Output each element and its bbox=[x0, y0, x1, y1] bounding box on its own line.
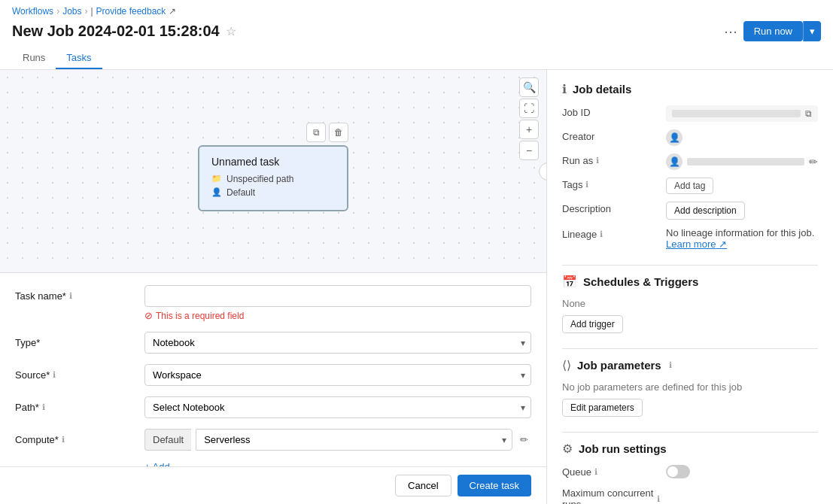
creator-row: Creator 👤 bbox=[562, 129, 818, 146]
job-id-label: Job ID bbox=[562, 105, 660, 118]
create-task-button[interactable]: Create task bbox=[458, 475, 531, 496]
delete-task-button[interactable]: 🗑 bbox=[329, 123, 348, 142]
creator-label: Creator bbox=[562, 129, 660, 142]
divider-1 bbox=[562, 265, 818, 266]
breadcrumb-jobs[interactable]: Jobs bbox=[62, 6, 81, 17]
job-id-text bbox=[672, 110, 801, 117]
tab-runs[interactable]: Runs bbox=[12, 47, 56, 69]
schedules-section: 📅 Schedules & Triggers None Add trigger bbox=[562, 275, 818, 333]
path-icon: 📁 bbox=[211, 174, 222, 184]
compute-row: Compute* ℹ Default Serverless ▾ ✏ bbox=[15, 429, 531, 451]
zoom-in-button[interactable]: + bbox=[519, 120, 539, 139]
job-id-value: ⧉ bbox=[666, 105, 818, 122]
path-select[interactable]: Select Notebook bbox=[144, 396, 531, 418]
path-control: Select Notebook ▾ bbox=[144, 396, 531, 418]
cancel-button[interactable]: Cancel bbox=[395, 475, 451, 496]
collapse-panel-button[interactable]: › bbox=[539, 162, 547, 181]
type-row: Type* Notebook ▾ bbox=[15, 332, 531, 354]
task-name-input[interactable] bbox=[144, 285, 531, 307]
more-options-button[interactable]: ⋯ bbox=[724, 23, 737, 40]
fullscreen-button[interactable]: ⛶ bbox=[519, 99, 539, 118]
zoom-out-button[interactable]: − bbox=[519, 141, 539, 160]
external-link-icon: ↗ bbox=[169, 6, 176, 17]
lineage-value: No lineage information for this job. Lea… bbox=[666, 227, 818, 250]
task-node-title: Unnamed task bbox=[211, 156, 335, 168]
compute-info-icon: ℹ bbox=[62, 435, 65, 445]
queue-info-icon: ℹ bbox=[594, 467, 597, 477]
edit-params-button[interactable]: Edit parameters bbox=[562, 399, 643, 417]
tags-label: Tags ℹ bbox=[562, 178, 660, 190]
dep-libraries-label: Dependent libraries ℹ bbox=[15, 461, 135, 466]
run-button-group: Run now ▾ bbox=[743, 21, 821, 41]
dep-libraries-add[interactable]: + Add bbox=[144, 461, 531, 466]
queue-toggle-knob bbox=[667, 466, 678, 477]
task-node[interactable]: Unnamed task 📁 Unspecified path 👤 Defaul… bbox=[198, 145, 348, 211]
breadcrumb-workflows[interactable]: Workflows bbox=[12, 6, 53, 17]
content-area: ⧉ 🗑 Unnamed task 📁 Unspecified path 👤 De… bbox=[0, 70, 833, 504]
divider-2 bbox=[562, 348, 818, 349]
learn-more-link[interactable]: Learn more ↗ bbox=[666, 238, 727, 250]
run-as-info-icon: ℹ bbox=[596, 156, 599, 165]
run-now-dropdown-button[interactable]: ▾ bbox=[803, 21, 821, 41]
title-row: New Job 2024-02-01 15:28:04 ☆ ⋯ Run now … bbox=[12, 21, 821, 41]
lineage-text: No lineage information for this job. bbox=[666, 227, 818, 238]
run-as-edit-button[interactable]: ✏ bbox=[809, 156, 818, 168]
search-canvas-button[interactable]: 🔍 bbox=[519, 77, 539, 97]
job-params-title: Job parameters bbox=[577, 359, 661, 372]
compute-control: Default Serverless ▾ ✏ bbox=[144, 429, 531, 451]
compute-label: Compute* ℹ bbox=[15, 429, 135, 445]
queue-row: Queue ℹ bbox=[562, 465, 818, 478]
copy-job-id-button[interactable]: ⧉ bbox=[805, 108, 812, 119]
tab-tasks[interactable]: Tasks bbox=[56, 47, 102, 69]
canvas-controls: 🔍 ⛶ + − bbox=[519, 77, 539, 160]
canvas-area: ⧉ 🗑 Unnamed task 📁 Unspecified path 👤 De… bbox=[0, 70, 546, 273]
error-icon: ⊘ bbox=[144, 310, 153, 321]
description-label: Description bbox=[562, 202, 660, 214]
add-trigger-button[interactable]: Add trigger bbox=[562, 315, 623, 333]
source-select[interactable]: Workspace bbox=[144, 364, 531, 386]
type-select[interactable]: Notebook bbox=[144, 332, 531, 354]
run-as-row: Run as ℹ 👤 ✏ bbox=[562, 153, 818, 170]
compute-select-wrapper: Serverless ▾ bbox=[196, 429, 512, 451]
job-id-input: ⧉ bbox=[666, 105, 818, 122]
max-runs-label: Maximum concurrent runs ℹ bbox=[562, 486, 660, 504]
description-value: Add description bbox=[666, 202, 818, 220]
tags-value: Add tag bbox=[666, 178, 818, 194]
job-details-title: Job details bbox=[573, 83, 631, 96]
task-name-control: ⊘ This is a required field bbox=[144, 285, 531, 321]
queue-toggle-switch[interactable] bbox=[666, 465, 690, 478]
source-control: Workspace ▾ bbox=[144, 364, 531, 386]
breadcrumb-sep2: › bbox=[84, 6, 87, 17]
path-label: Path* ℹ bbox=[15, 396, 135, 413]
form-area: Task name* ℹ ⊘ This is a required field bbox=[0, 273, 546, 466]
type-label: Type* bbox=[15, 332, 135, 348]
compute-select[interactable]: Serverless bbox=[196, 429, 512, 451]
run-as-value: 👤 ✏ bbox=[666, 153, 818, 170]
task-name-label: Task name* ℹ bbox=[15, 285, 135, 302]
cluster-icon: 👤 bbox=[211, 187, 222, 197]
breadcrumb-feedback[interactable]: Provide feedback bbox=[96, 6, 166, 17]
task-name-error: ⊘ This is a required field bbox=[144, 310, 531, 321]
run-now-button[interactable]: Run now bbox=[743, 21, 803, 41]
tags-row: Tags ℹ Add tag bbox=[562, 178, 818, 194]
add-description-button[interactable]: Add description bbox=[666, 202, 745, 220]
bottom-actions: Cancel Create task bbox=[0, 466, 546, 504]
task-node-path: Unspecified path bbox=[226, 174, 293, 184]
breadcrumb-sep1: › bbox=[56, 6, 59, 17]
left-panel: ⧉ 🗑 Unnamed task 📁 Unspecified path 👤 De… bbox=[0, 70, 547, 504]
run-as-label: Run as ℹ bbox=[562, 153, 660, 166]
description-row: Description Add description bbox=[562, 202, 818, 220]
type-control: Notebook ▾ bbox=[144, 332, 531, 354]
run-as-text bbox=[687, 158, 804, 165]
star-icon[interactable]: ☆ bbox=[226, 24, 236, 38]
page-title: New Job 2024-02-01 15:28:04 bbox=[12, 23, 220, 40]
job-details-header: ℹ Job details bbox=[562, 82, 818, 96]
schedules-title: Schedules & Triggers bbox=[583, 275, 698, 288]
add-tag-button[interactable]: Add tag bbox=[666, 178, 713, 194]
task-node-cluster-row: 👤 Default bbox=[211, 187, 335, 198]
code-icon: ⟨⟩ bbox=[562, 358, 571, 372]
copy-task-button[interactable]: ⧉ bbox=[306, 123, 326, 142]
compute-edit-button[interactable]: ✏ bbox=[517, 431, 531, 448]
schedules-header: 📅 Schedules & Triggers bbox=[562, 275, 818, 289]
queue-toggle bbox=[666, 465, 818, 478]
